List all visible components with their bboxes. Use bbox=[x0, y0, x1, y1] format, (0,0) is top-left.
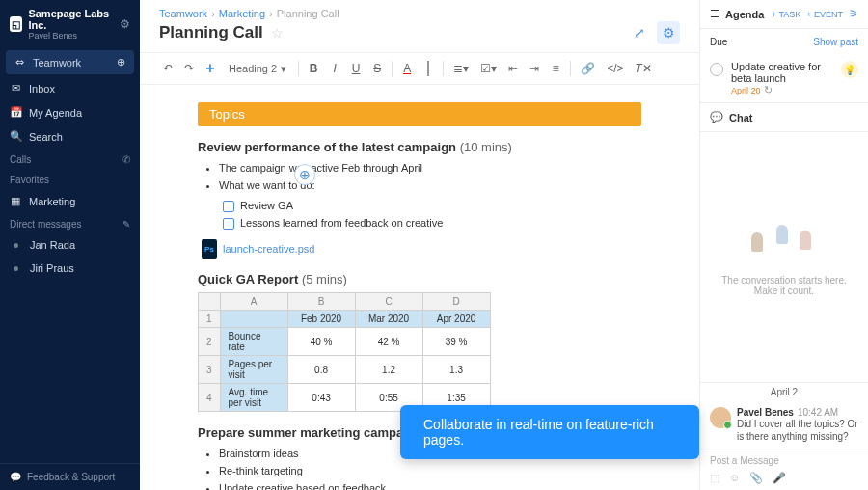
link-button[interactable]: 🔗 bbox=[577, 59, 599, 78]
align-button[interactable]: ≡ bbox=[547, 59, 564, 78]
task-checkbox-icon[interactable] bbox=[710, 63, 723, 76]
chat-date-divider: April 2 bbox=[700, 382, 868, 401]
fav-marketing[interactable]: ▦Marketing bbox=[0, 189, 140, 213]
section-calls: Calls✆ bbox=[0, 149, 140, 169]
add-block-button[interactable]: ⊕ bbox=[294, 164, 315, 185]
chat-bubble-icon: 💬 bbox=[10, 472, 21, 482]
nav-search[interactable]: 🔍Search bbox=[0, 124, 140, 149]
sidebar: ◱ Samepage Labs Inc. Pavel Benes ⚙ ⇔ Tea… bbox=[0, 0, 140, 490]
feedback-link[interactable]: 💬Feedback & Support bbox=[0, 463, 140, 490]
indent-button[interactable]: ⇥ bbox=[526, 59, 543, 78]
heading-select[interactable]: Heading 2 ▾ bbox=[223, 60, 292, 78]
bullet-list-button[interactable]: ≣▾ bbox=[449, 59, 473, 78]
main-area: Teamwork› Marketing› Planning Call Plann… bbox=[140, 0, 699, 490]
org-name: Samepage Labs Inc. bbox=[28, 8, 114, 31]
teamwork-icon: ⇔ bbox=[14, 56, 25, 68]
chat-input[interactable]: Post a Message ⬚ ☺ 📎 🎤 bbox=[700, 449, 868, 490]
checklist-item[interactable]: Lessons learned from feedback on creativ… bbox=[240, 215, 641, 232]
bullet-item[interactable]: The campaign was active Feb through Apri… bbox=[219, 160, 641, 177]
nav-teamwork[interactable]: ⇔ Teamwork ⊕ bbox=[6, 50, 134, 74]
expand-icon[interactable]: ⤢ bbox=[628, 21, 651, 44]
dm-jan-rada[interactable]: Jan Rada bbox=[0, 233, 140, 257]
people-illustration-icon bbox=[746, 219, 823, 267]
ga-table[interactable]: ABCD 1Feb 2020Mar 2020Apr 2020 2Bounce r… bbox=[198, 292, 491, 412]
add-event-button[interactable]: + EVENT bbox=[806, 10, 843, 19]
crumb-teamwork[interactable]: Teamwork bbox=[159, 8, 207, 19]
filter-icon[interactable]: ⚞ bbox=[849, 8, 858, 20]
file-attachment[interactable]: Ps launch-creative.psd bbox=[202, 239, 641, 259]
section-favorites: Favorites bbox=[0, 169, 140, 189]
new-dm-icon[interactable]: ✎ bbox=[122, 219, 130, 230]
section-dms: Direct messages✎ bbox=[0, 213, 140, 233]
italic-button[interactable]: I bbox=[326, 59, 343, 78]
app-logo-icon: ◱ bbox=[10, 16, 22, 32]
code-button[interactable]: </> bbox=[603, 59, 627, 78]
highlight-button[interactable] bbox=[420, 59, 437, 78]
bold-button[interactable]: B bbox=[305, 59, 322, 78]
agenda-task[interactable]: Update creative for beta launch April 20… bbox=[700, 55, 868, 102]
idea-icon: 💡 bbox=[841, 61, 858, 78]
gear-icon[interactable]: ⚙ bbox=[120, 17, 130, 31]
nav-inbox[interactable]: ✉Inbox bbox=[0, 76, 140, 100]
chat-message[interactable]: Pavel Benes10:42 AM Did I cover all the … bbox=[700, 401, 868, 449]
chat-icon: 💬 bbox=[710, 111, 723, 123]
insert-button[interactable]: + bbox=[202, 57, 219, 80]
redo-button[interactable]: ↷ bbox=[180, 59, 198, 78]
photoshop-icon: Ps bbox=[202, 239, 217, 259]
page-title: Planning Call bbox=[159, 23, 263, 42]
search-icon: 🔍 bbox=[10, 130, 21, 143]
crumb-marketing[interactable]: Marketing bbox=[219, 8, 265, 19]
settings-icon[interactable]: ⚙ bbox=[657, 21, 680, 44]
attach-icon[interactable]: 📎 bbox=[749, 472, 763, 484]
bullet-item[interactable]: Update creative based on feedback bbox=[219, 480, 641, 490]
plus-icon[interactable]: ⊕ bbox=[115, 56, 126, 68]
mic-icon[interactable]: 🎤 bbox=[773, 472, 786, 484]
due-label: Due bbox=[710, 37, 727, 47]
section-ga: Quick GA Report (5 mins) bbox=[198, 272, 641, 286]
star-icon[interactable]: ☆ bbox=[271, 25, 284, 41]
bullet-item[interactable]: Re-think targeting bbox=[219, 463, 641, 480]
editor-toolbar: ↶ ↷ + Heading 2 ▾ B I U S A ≣▾ ☑▾ ⇤ ⇥ ≡ … bbox=[140, 52, 699, 85]
bullet-item[interactable]: What we want to do: Review GA Lessons le… bbox=[219, 177, 641, 232]
repeat-icon: ↻ bbox=[764, 84, 773, 95]
nav-agenda[interactable]: 📅My Agenda bbox=[0, 100, 140, 124]
text-color-button[interactable]: A bbox=[398, 59, 416, 78]
emoji-icon[interactable]: ☺ bbox=[729, 472, 740, 484]
agenda-icon: 📅 bbox=[10, 106, 21, 119]
section-review: Review performance of the latest campaig… bbox=[198, 140, 641, 154]
show-past-link[interactable]: Show past bbox=[813, 37, 858, 47]
crumb-current: Planning Call bbox=[277, 8, 339, 19]
agenda-icon: ☰ bbox=[710, 8, 719, 20]
topics-heading[interactable]: Topics bbox=[198, 102, 641, 126]
inbox-icon: ✉ bbox=[10, 82, 21, 95]
clear-format-button[interactable]: T✕ bbox=[632, 59, 656, 78]
add-task-button[interactable]: + TASK bbox=[772, 10, 800, 19]
avatar[interactable] bbox=[710, 407, 731, 428]
strike-button[interactable]: S bbox=[368, 59, 386, 78]
outdent-button[interactable]: ⇤ bbox=[504, 59, 522, 78]
gif-icon[interactable]: ⬚ bbox=[710, 472, 719, 484]
underline-button[interactable]: U bbox=[347, 59, 365, 78]
chat-empty-state: The conversation starts here. Make it co… bbox=[700, 132, 868, 382]
promo-callout: Collaborate in real-time on feature-rich… bbox=[400, 405, 699, 459]
undo-button[interactable]: ↶ bbox=[159, 59, 176, 78]
board-icon: ▦ bbox=[10, 195, 21, 207]
current-user: Pavel Benes bbox=[28, 31, 114, 41]
presence-dot-icon bbox=[14, 266, 18, 271]
right-panel: ☰ Agenda + TASK + EVENT ⚞ Due Show past … bbox=[699, 0, 868, 490]
checklist-item[interactable]: Review GA bbox=[240, 198, 641, 215]
phone-icon[interactable]: ✆ bbox=[122, 154, 130, 165]
org-header[interactable]: ◱ Samepage Labs Inc. Pavel Benes ⚙ bbox=[0, 0, 140, 48]
presence-dot-icon bbox=[14, 243, 18, 248]
chat-title: Chat bbox=[729, 112, 752, 123]
agenda-title: Agenda bbox=[725, 9, 766, 20]
checklist-button[interactable]: ☑▾ bbox=[476, 59, 501, 78]
breadcrumb: Teamwork› Marketing› Planning Call bbox=[140, 0, 699, 21]
dm-jiri-praus[interactable]: Jiri Praus bbox=[0, 257, 140, 280]
